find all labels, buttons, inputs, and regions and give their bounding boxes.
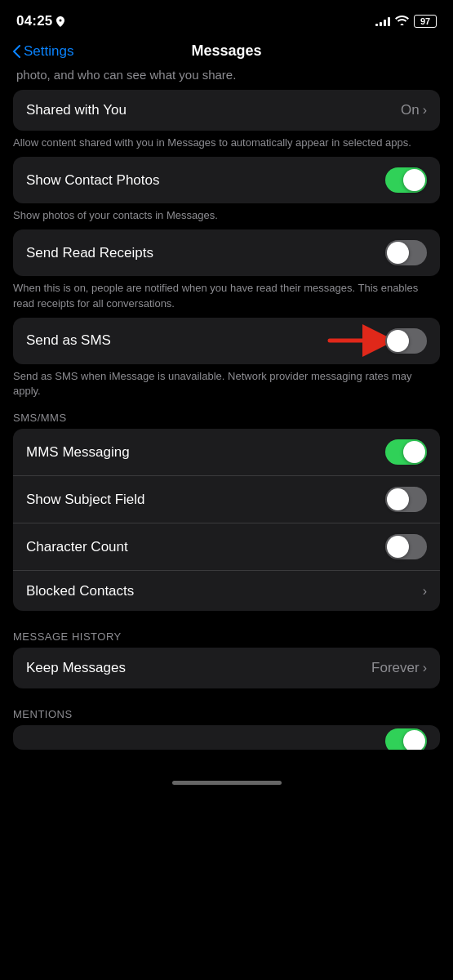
back-label: Settings (24, 43, 73, 60)
toggle-thumb (403, 730, 425, 751)
partial-scroll-text: photo, and who can see what you share. (0, 68, 453, 90)
shared-with-you-value: On › (401, 102, 427, 118)
home-indicator (172, 781, 282, 785)
show-contact-photos-desc: Show photos of your contacts in Messages… (0, 203, 453, 229)
character-count-toggle[interactable] (385, 534, 427, 559)
message-history-label: MESSAGE HISTORY (0, 624, 453, 648)
wifi-icon (395, 15, 409, 28)
mms-messaging-label: MMS Messaging (26, 444, 385, 461)
signal-bar-3 (384, 20, 386, 26)
show-contact-photos-row[interactable]: Show Contact Photos (13, 157, 440, 203)
send-as-sms-label: Send as SMS (26, 332, 385, 349)
toggle-thumb (387, 536, 409, 558)
character-count-label: Character Count (26, 539, 385, 555)
shared-with-you-text: On (401, 102, 420, 118)
send-read-receipts-row[interactable]: Send Read Receipts (13, 229, 440, 276)
send-read-receipts-card: Send Read Receipts (13, 229, 440, 276)
keep-messages-row[interactable]: Keep Messages Forever › (13, 648, 440, 688)
page-title: Messages (191, 42, 261, 60)
send-as-sms-section: Send as SMS (0, 318, 453, 364)
home-indicator-container (0, 766, 453, 799)
signal-bar-2 (380, 22, 382, 26)
sms-mms-section-label: SMS/MMS (0, 405, 453, 429)
chevron-icon: › (423, 661, 427, 675)
toggle-thumb (387, 488, 409, 510)
toggle-thumb (387, 242, 409, 264)
mms-messaging-toggle[interactable] (385, 439, 427, 465)
battery-level: 97 (414, 15, 437, 28)
show-contact-photos-toggle[interactable] (385, 167, 427, 193)
send-as-sms-toggle[interactable] (385, 328, 427, 354)
keep-messages-label: Keep Messages (26, 660, 371, 676)
signal-bars (375, 16, 390, 26)
location-icon (56, 16, 64, 27)
signal-bar-1 (375, 24, 378, 26)
nav-bar: Settings Messages (0, 36, 453, 68)
show-subject-field-toggle[interactable] (385, 487, 427, 512)
toggle-thumb (403, 441, 425, 463)
send-as-sms-row[interactable]: Send as SMS (13, 318, 440, 364)
battery: 97 (414, 15, 437, 28)
shared-with-you-label: Shared with You (26, 102, 401, 118)
toggle-thumb (403, 169, 425, 191)
character-count-row[interactable]: Character Count (13, 523, 440, 570)
shared-with-you-card: Shared with You On › (13, 90, 440, 131)
send-read-receipts-label: Send Read Receipts (26, 245, 385, 261)
keep-messages-value: Forever (371, 660, 420, 676)
chevron-icon: › (423, 584, 427, 599)
status-right: 97 (375, 15, 437, 28)
shared-with-you-row[interactable]: Shared with You On › (13, 90, 440, 131)
send-read-receipts-desc: When this is on, people are notified whe… (0, 276, 453, 317)
chevron-icon: › (423, 103, 427, 118)
show-subject-field-label: Show Subject Field (26, 492, 385, 508)
show-contact-photos-label: Show Contact Photos (26, 172, 385, 189)
mentions-partial-card (13, 725, 440, 750)
mentions-toggle[interactable] (385, 728, 427, 751)
sms-mms-card: MMS Messaging Show Subject Field Charact… (13, 429, 440, 611)
mms-messaging-row[interactable]: MMS Messaging (13, 429, 440, 475)
signal-bar-4 (388, 17, 390, 26)
send-as-sms-card: Send as SMS (13, 318, 440, 364)
time-label: 04:25 (16, 13, 52, 29)
shared-with-you-desc: Allow content shared with you in Message… (0, 131, 453, 157)
status-time: 04:25 (16, 13, 64, 29)
send-as-sms-desc: Send as SMS when iMessage is unavailable… (0, 364, 453, 405)
toggle-thumb (387, 330, 409, 352)
blocked-contacts-row[interactable]: Blocked Contacts › (13, 570, 440, 611)
blocked-contacts-label: Blocked Contacts (26, 583, 423, 599)
back-chevron-icon (13, 45, 20, 58)
show-contact-photos-card: Show Contact Photos (13, 157, 440, 203)
message-history-card: Keep Messages Forever › (13, 648, 440, 688)
mentions-section-label: MENTIONS (0, 702, 453, 725)
blocked-contacts-chevron-container: › (423, 584, 427, 599)
show-subject-field-row[interactable]: Show Subject Field (13, 475, 440, 523)
status-bar: 04:25 97 (0, 0, 453, 36)
send-read-receipts-toggle[interactable] (385, 240, 427, 265)
keep-messages-value-container: Forever › (371, 660, 427, 676)
back-button[interactable]: Settings (13, 43, 73, 60)
